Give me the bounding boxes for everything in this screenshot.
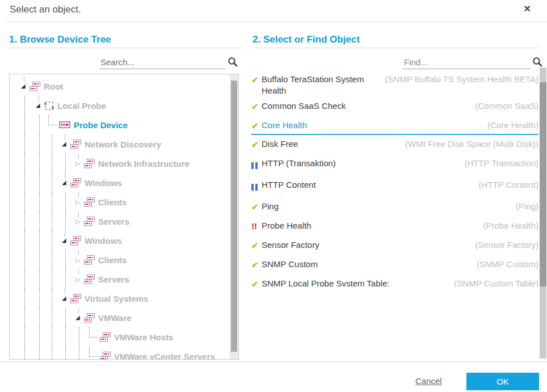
collapse-icon[interactable]: ◢ [62,238,70,243]
collapse-icon[interactable]: ◢ [62,141,70,147]
tree-guide-line [65,347,66,360]
tree-guide-line [39,173,40,192]
list-scrollbar-thumb[interactable] [540,82,546,286]
tree-node[interactable]: ◢Windows [10,231,230,250]
tree-node[interactable]: ▷Servers [10,212,230,231]
list-item[interactable]: HTTP (Transaktion)(HTTP Transaction) [251,154,538,176]
tree-connector [89,327,98,338]
left-heading-rule [9,48,242,48]
expand-icon[interactable]: ▷ [75,218,84,225]
ok-button[interactable]: OK [466,373,539,390]
search-icon[interactable] [228,57,238,69]
tree-node[interactable]: ▷Clients [10,192,230,212]
list-item[interactable]: HTTP Content(HTTP Content) [251,176,538,197]
object-name: Probe Health [262,220,483,231]
tree-guide-line [24,115,25,134]
tree-guide-line [65,134,65,140]
tree-guide-line [52,308,52,327]
list-item[interactable]: !!Probe Health(Probe Health) [251,217,538,236]
list-item[interactable]: ✔Disk Free(WMI Free Disk Space (Multi Di… [251,135,538,154]
list-item[interactable]: ✔Ping(Ping) [251,197,538,217]
tree-node[interactable]: ▷Servers [10,269,230,289]
tree-guide-line [24,212,25,231]
tree-node[interactable]: ▷Network Infrastructure [10,154,230,173]
tree-guide-line [39,96,39,101]
tree-guide-line [52,327,52,347]
tree-guide-line [78,192,79,197]
search-input[interactable] [99,55,228,69]
object-name: Buffalo TeraStation System Health [262,74,385,96]
tree-guide-line [78,212,79,217]
tree-guide-line [39,231,40,250]
expand-icon[interactable]: ▷ [75,199,84,205]
tree-guide-line [24,134,25,154]
tree-guide-line [24,269,25,289]
object-name: HTTP Content [262,179,478,191]
group-icon [30,82,40,91]
list-item[interactable]: ✔Common SaaS Check(Common SaaS) [251,97,538,116]
tree-guide-line [24,192,25,212]
object-name: SNMP Local Probe System Table: hrDiskSto… [262,278,454,286]
object-type-label: (SNMP Custom) [477,259,538,270]
collapse-icon[interactable]: ◢ [21,83,30,89]
close-icon[interactable]: ✕ [524,3,531,14]
tree-node[interactable]: ◢VMWare [10,308,230,327]
group-icon [70,236,81,246]
list-item[interactable]: ✔Core Health(Core Health) [251,116,538,135]
header-divider [6,22,547,22]
tree-node[interactable]: VMWare Hosts [10,327,230,347]
dialog-title: Select an object. [10,4,81,15]
ok-check-icon: ✔ [251,239,262,251]
tree-node[interactable]: ◢Network Discovery [10,134,230,154]
tree-guide-line [65,154,66,173]
ok-check-icon: ✔ [251,120,262,132]
collapse-icon[interactable]: ◢ [62,296,70,301]
group-icon [84,313,95,323]
object-name: Common SaaS Check [262,100,475,112]
list-scrollbar[interactable] [540,68,546,359]
tree-guide-line [39,134,40,154]
tree-node-label: Servers [98,275,129,284]
expand-icon[interactable]: ▷ [75,257,84,263]
tree-scrollbar-thumb[interactable] [231,81,237,352]
tree-node[interactable]: ◢Root [10,77,230,96]
tree-scrollbar[interactable] [230,74,238,359]
expand-icon[interactable]: ▷ [75,161,84,167]
tree-node-label: Windows [85,178,122,188]
device-tree-panel: ◢Root◢Local ProbeProbe Device◢Network Di… [9,74,239,360]
group-icon [84,255,95,265]
tree-guide-line [24,96,25,115]
tree-node-label: Root [44,82,63,91]
tree-guide-line [52,134,52,154]
tree-node[interactable]: VMWare vCenter Servers [10,347,230,360]
tree-node[interactable]: ◢Windows [10,173,230,192]
list-item[interactable]: ✔SNMP Custom(SNMP Custom) [251,255,538,275]
tree-node[interactable]: ◢Local Probe [10,96,230,115]
collapse-icon[interactable]: ◢ [36,103,44,108]
find-input[interactable] [403,55,533,69]
tree-guide-line [52,212,52,231]
ok-check-icon: ✔ [251,259,262,271]
object-type-label: (HTTP Content) [478,179,538,191]
list-item[interactable]: ✔SNMP Local Probe System Table: hrDiskSt… [251,275,538,286]
warning-icon: !! [251,220,262,232]
tree-node[interactable]: Probe Device [10,115,230,134]
tree-guide-line [39,289,40,308]
tree-guide-line [65,269,66,289]
list-item[interactable]: ✔Buffalo TeraStation System Health(SNMP … [251,70,538,97]
cancel-button[interactable]: Cancel [415,376,442,386]
tree-guide-line [39,154,40,173]
tree-node[interactable]: ▷Clients [10,250,230,269]
object-name: HTTP (Transaktion) [262,158,464,169]
collapse-icon[interactable]: ◢ [62,180,70,186]
expand-icon[interactable]: ▷ [75,276,84,283]
collapse-icon[interactable]: ◢ [75,315,84,321]
ok-check-icon: ✔ [251,74,262,86]
list-item[interactable]: ✔Sensor Factory(Sensor Factory) [251,236,538,255]
tree-guide-line [52,347,52,360]
tree-connector [89,347,98,357]
tree-guide-line [52,192,52,212]
group-icon [84,217,95,226]
device-icon [59,121,70,128]
tree-node[interactable]: ◢Virtual Systems [10,289,230,308]
